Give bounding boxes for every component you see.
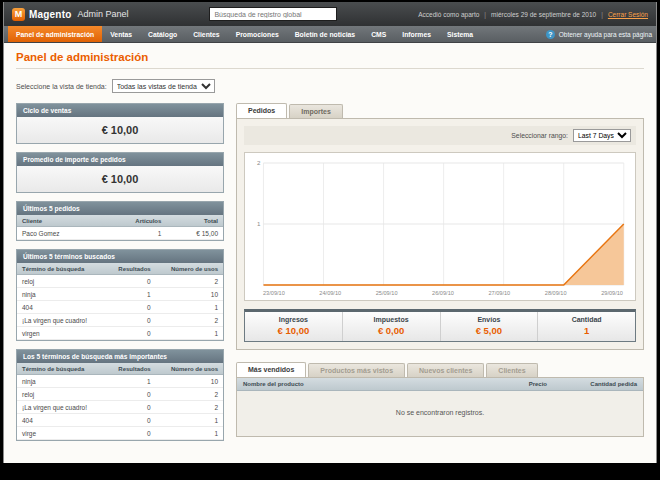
x-axis-label: 29/09/10 [601,290,623,296]
chart-x-axis: 23/09/1024/09/1025/09/1026/09/1027/09/10… [249,289,631,298]
last-search-title: Últimos 5 términos buscados [17,250,223,263]
total-impuestos: Impuestos € 0,00 [343,312,441,341]
table-row[interactable]: reloj 0 2 [17,388,223,401]
cell-term: virge [17,427,106,440]
cell-term: 404 [17,301,106,314]
magento-logo: M Magento Admin Panel [12,8,129,21]
table-row[interactable]: ninja 1 10 [17,288,223,301]
x-axis-label: 25/09/10 [376,290,398,296]
cell-results: 0 [106,301,156,314]
orders-chart: 12 23/09/1024/09/1025/09/1026/09/1027/09… [244,152,636,301]
range-select[interactable]: Last 7 Days [573,129,631,142]
table-row[interactable]: reloj 0 2 [17,275,223,288]
cell-uses: 1 [156,301,223,314]
x-axis-label: 27/09/10 [488,290,510,296]
total-value: € 10,00 [245,325,342,336]
table-row[interactable]: ¡La virgen que cuadro! 0 2 [17,314,223,327]
nav-item-ventas[interactable]: Ventas [102,26,140,42]
lifetime-sales-title: Ciclo de ventas [17,104,223,117]
help-icon: ? [546,30,555,39]
nav-item-cms[interactable]: CMS [363,26,394,42]
cell-term: reloj [17,275,106,288]
admin-window: M Magento Admin Panel Accedió como apart… [3,2,657,463]
cell-results: 1 [106,375,156,388]
tab-importes[interactable]: Importes [289,104,343,118]
last-search-panel: Últimos 5 términos buscados Término de b… [16,249,224,341]
grid-header-row: Nombre del producto Precio Cantidad pedi… [237,378,643,391]
nav-item-boletin[interactable]: Boletín de noticias [287,26,363,42]
cell-uses: 2 [156,275,223,288]
dashboard-main: Pedidos Importes Seleccionar rango: Last… [236,103,644,449]
top-header: M Magento Admin Panel Accedió como apart… [4,2,656,26]
logged-in-text: Accedió como aparto [418,11,479,18]
cell-results: 1 [106,288,156,301]
col-resultados: Resultados [106,263,156,275]
cell-results: 0 [106,275,156,288]
x-axis-label: 28/09/10 [545,290,567,296]
tab-clientes[interactable]: Clientes [486,363,537,377]
col-cliente: Cliente [17,215,102,227]
x-axis-label: 24/09/10 [319,290,341,296]
help-link[interactable]: ? Obtener ayuda para esta página [546,26,652,42]
store-view-select[interactable]: Todas las vistas de tienda [112,79,215,93]
tab-nuevos-clientes[interactable]: Nuevos clientes [407,363,484,377]
cell-term: ¡La virgen que cuadro! [17,314,106,327]
cell-term: ninja [17,375,106,388]
tab-pedidos[interactable]: Pedidos [236,103,287,118]
table-row[interactable]: ¡La virgen que cuadro! 0 2 [17,401,223,414]
dashboard-tabs: Pedidos Importes [236,103,644,118]
nav-item-informes[interactable]: Informes [394,26,439,42]
table-row[interactable]: 404 0 1 [17,301,223,314]
nav-item-clientes[interactable]: Clientes [185,26,227,42]
cell-results: 0 [106,327,156,340]
bottom-tabs: Más vendidos Productos más vistos Nuevos… [236,362,644,377]
top-search-title: Los 5 términos de búsqueda más important… [17,350,223,363]
table-row[interactable]: Paco Gomez 1 € 15,00 [17,227,223,240]
col-termino: Término de búsqueda [17,363,106,375]
total-label: Ingresos [245,316,342,323]
logout-link[interactable]: Cerrar Sesión [608,11,648,18]
cell-term: ninja [17,288,106,301]
total-cantidad: Cantidad 1 [538,312,635,341]
table-row[interactable]: 404 0 1 [17,414,223,427]
totals-bar: Ingresos € 10,00 Impuestos € 0,00 Envíos… [244,309,636,342]
x-axis-label: 23/09/10 [263,290,285,296]
lifetime-sales-panel: Ciclo de ventas € 10,00 [16,103,224,144]
global-search-input[interactable] [209,7,337,21]
cell-total: € 15,00 [166,227,223,240]
total-ingresos: Ingresos € 10,00 [245,312,343,341]
table-header-row: Término de búsqueda Resultados Número de… [17,263,223,275]
orders-chart-svg: 12 [249,157,631,289]
nav-item-sistema[interactable]: Sistema [439,26,481,42]
cell-cliente: Paco Gomez [17,227,102,240]
cell-results: 0 [106,401,156,414]
nav-item-promociones[interactable]: Promociones [228,26,287,42]
average-order-title: Promedio de importe de pedidos [17,153,223,166]
nav-item-dashboard[interactable]: Panel de administración [8,26,102,42]
cell-articulos: 1 [102,227,166,240]
total-value: 1 [538,325,635,336]
col-total: Total [166,215,223,227]
cell-results: 0 [106,314,156,327]
page-content: Panel de administración Seleccione la vi… [4,43,656,463]
store-view-label: Seleccione la vista de tienda: [16,83,107,90]
logo-text: Magento [29,9,72,20]
nav-item-catalogo[interactable]: Catálogo [140,26,185,42]
cell-results: 0 [106,427,156,440]
cell-uses: 2 [156,388,223,401]
tab-productos-mas-vistos[interactable]: Productos más vistos [308,363,405,377]
range-label: Seleccionar rango: [511,132,568,139]
tab-mas-vendidos[interactable]: Más vendidos [236,362,306,377]
cell-uses: 2 [156,401,223,414]
user-info: Accedió como aparto | miércoles 29 de se… [418,11,648,18]
total-value: € 5,00 [441,325,538,336]
date-text: miércoles 29 de septiembre de 2010 [491,11,596,18]
table-row[interactable]: virgen 0 1 [17,327,223,340]
cell-uses: 10 [156,288,223,301]
store-view-switcher: Seleccione la vista de tienda: Todas las… [16,79,644,93]
average-order-panel: Promedio de importe de pedidos € 10,00 [16,152,224,193]
col-articulos: Artículos [102,215,166,227]
orders-panel: Seleccionar rango: Last 7 Days 12 23/09/… [236,118,644,350]
table-row[interactable]: ninja 1 10 [17,375,223,388]
table-row[interactable]: virge 0 1 [17,427,223,440]
